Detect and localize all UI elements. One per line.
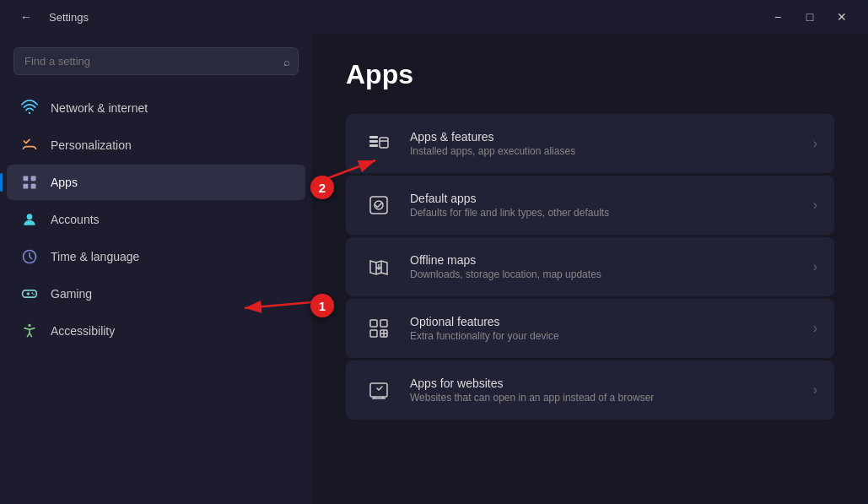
optional-features-chevron: › [813,321,817,336]
settings-item-apps-features[interactable]: Apps & features Installed apps, app exec… [346,114,834,173]
content-area: Apps [312,34,868,504]
svg-rect-4 [31,184,36,189]
apps-websites-icon [363,374,395,406]
time-icon [20,247,39,266]
offline-maps-title: Offline maps [410,253,798,267]
apps-websites-chevron: › [813,382,817,398]
svg-point-0 [29,112,31,115]
sidebar-item-personalization[interactable]: Personalization [7,127,305,163]
svg-point-10 [32,292,34,294]
settings-item-apps-websites[interactable]: Apps for websites Websites that can open… [346,360,834,420]
svg-rect-13 [369,136,378,138]
window-controls: − □ ✕ [765,7,855,27]
optional-features-desc: Extra functionality for your device [410,330,798,342]
titlebar: ← Settings − □ ✕ [0,0,868,34]
offline-maps-chevron: › [813,259,817,274]
apps-features-chevron: › [813,136,817,151]
sidebar: ⌕ Network & internet [0,34,312,504]
sidebar-item-accounts[interactable]: Accounts [7,202,305,237]
sidebar-item-label: Accounts [51,213,100,226]
sidebar-item-apps[interactable]: Apps [7,165,305,200]
main-content: ⌕ Network & internet [0,34,868,504]
sidebar-item-label: Time & language [51,250,139,263]
search-icon: ⌕ [283,55,290,68]
apps-features-title: Apps & features [410,130,798,144]
svg-rect-24 [370,330,377,337]
sidebar-item-label: Network & internet [51,101,148,115]
sidebar-item-accessibility[interactable]: Accessibility [7,313,305,349]
apps-features-desc: Installed apps, app execution aliases [410,145,798,157]
svg-rect-22 [370,320,377,327]
settings-item-offline-maps[interactable]: Offline maps Downloads, storage location… [346,237,834,296]
sidebar-item-label: Apps [51,176,78,189]
window-title: Settings [49,11,89,24]
optional-features-title: Optional features [410,315,798,328]
apps-websites-text: Apps for websites Websites that can open… [410,377,798,404]
accounts-icon [20,210,39,229]
offline-maps-desc: Downloads, storage location, map updates [410,268,798,280]
search-input[interactable] [13,47,299,75]
sidebar-item-network[interactable]: Network & internet [7,90,305,126]
apps-features-icon [363,127,395,160]
network-icon [20,99,39,117]
page-title: Apps [346,59,834,90]
default-apps-title: Default apps [410,192,798,205]
svg-rect-16 [380,138,388,148]
settings-list: Apps & features Installed apps, app exec… [346,114,834,420]
default-apps-text: Default apps Defaults for file and link … [410,192,798,219]
svg-rect-1 [24,176,29,182]
close-button[interactable]: ✕ [829,7,855,27]
minimize-button[interactable]: − [765,7,790,27]
settings-item-optional-features[interactable]: Optional features Extra functionality fo… [346,299,834,358]
svg-point-12 [28,324,30,327]
apps-icon [20,173,39,192]
svg-point-11 [33,294,35,295]
default-apps-desc: Defaults for file and link types, other … [410,207,798,219]
svg-rect-23 [380,320,387,327]
personalization-icon [20,136,39,154]
sidebar-item-time[interactable]: Time & language [7,239,305,274]
settings-item-default-apps[interactable]: Default apps Defaults for file and link … [346,176,834,235]
apps-websites-desc: Websites that can open in an app instead… [410,392,798,404]
annotation-1: 1 [310,294,334,317]
sidebar-item-gaming[interactable]: Gaming [7,276,305,312]
svg-point-5 [27,214,33,219]
sidebar-item-label: Gaming [51,287,92,301]
sidebar-item-label: Personalization [51,138,132,152]
default-apps-icon [363,189,395,221]
svg-rect-2 [31,176,36,182]
apps-websites-title: Apps for websites [410,377,798,390]
svg-rect-15 [369,144,378,147]
gaming-icon [20,285,39,303]
search-container: ⌕ [13,47,299,75]
sidebar-item-label: Accessibility [51,324,115,338]
annotation-2: 2 [310,176,334,199]
back-button[interactable]: ← [13,7,39,27]
offline-maps-icon [363,251,395,283]
apps-features-text: Apps & features Installed apps, app exec… [410,130,798,157]
svg-rect-3 [24,184,29,189]
maximize-button[interactable]: □ [797,7,822,27]
accessibility-icon [20,322,39,340]
optional-features-text: Optional features Extra functionality fo… [410,315,798,342]
svg-rect-14 [369,140,378,143]
offline-maps-text: Offline maps Downloads, storage location… [410,253,798,280]
optional-features-icon [363,312,395,344]
default-apps-chevron: › [813,198,817,213]
